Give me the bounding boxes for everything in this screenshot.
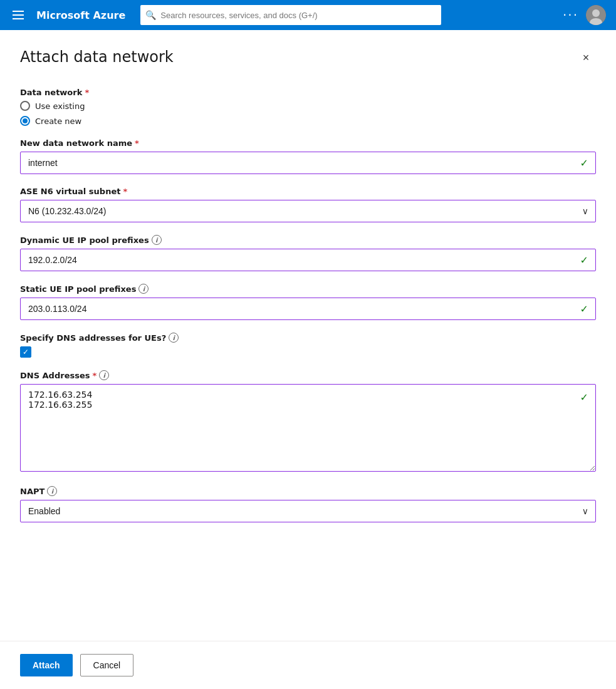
main-content: Attach data network × Data network * Use… (0, 30, 616, 689)
radio-create-new-button[interactable] (20, 116, 30, 126)
dynamic-ue-valid-icon: ✓ (580, 254, 588, 266)
brand-name: Microsoft Azure (36, 9, 125, 21)
dns-addresses-info-icon[interactable]: i (99, 370, 109, 380)
dns-addresses-textarea[interactable]: 172.16.63.254 172.16.63.255 (20, 384, 596, 472)
radio-create-new[interactable]: Create new (20, 116, 596, 126)
specify-dns-section: Specify DNS addresses for UEs? i ✓ (20, 333, 596, 358)
user-avatar[interactable] (586, 5, 606, 25)
specify-dns-label: Specify DNS addresses for UEs? i (20, 333, 596, 343)
search-icon: 🔍 (145, 10, 156, 20)
dialog-header: Attach data network × (20, 48, 596, 68)
data-network-section: Data network * Use existing Create new (20, 88, 596, 126)
napt-label: NAPT i (20, 486, 596, 496)
hamburger-menu[interactable] (10, 8, 26, 22)
napt-select[interactable]: Enabled Disabled (20, 500, 596, 522)
dialog-footer: Attach Cancel (0, 641, 616, 689)
required-star-dns: * (93, 371, 97, 380)
checkbox-box[interactable]: ✓ (20, 346, 31, 358)
radio-group: Use existing Create new (20, 101, 596, 126)
ase-n6-label: ASE N6 virtual subnet * (20, 187, 596, 196)
required-star-ase: * (123, 187, 127, 196)
dns-addresses-wrapper: 172.16.63.254 172.16.63.255 ✓ (20, 384, 596, 474)
radio-use-existing[interactable]: Use existing (20, 101, 596, 111)
specify-dns-checkbox[interactable]: ✓ (20, 346, 596, 358)
data-network-label: Data network * (20, 88, 596, 97)
avatar-icon (586, 5, 606, 25)
dynamic-ue-section: Dynamic UE IP pool prefixes i ✓ (20, 235, 596, 271)
radio-use-existing-button[interactable] (20, 101, 30, 111)
name-valid-icon: ✓ (580, 157, 588, 169)
static-ue-wrapper: ✓ (20, 298, 596, 320)
navbar-right: ··· (563, 5, 606, 25)
required-star: * (85, 88, 89, 97)
new-data-network-name-input[interactable] (20, 152, 596, 174)
napt-section: NAPT i Enabled Disabled ∨ (20, 486, 596, 522)
new-data-network-name-section: New data network name * ✓ (20, 138, 596, 174)
checkbox-check-icon: ✓ (23, 348, 29, 356)
radio-create-new-label: Create new (35, 117, 81, 126)
dynamic-ue-label: Dynamic UE IP pool prefixes i (20, 235, 596, 245)
cancel-button[interactable]: Cancel (80, 654, 134, 676)
dynamic-ue-wrapper: ✓ (20, 249, 596, 271)
required-star-name: * (135, 138, 139, 148)
napt-select-wrapper: Enabled Disabled ∨ (20, 500, 596, 522)
dialog-title: Attach data network (20, 48, 174, 67)
static-ue-label: Static UE IP pool prefixes i (20, 284, 596, 294)
ase-n6-select[interactable]: N6 (10.232.43.0/24) (20, 200, 596, 222)
ase-n6-section: ASE N6 virtual subnet * N6 (10.232.43.0/… (20, 187, 596, 222)
new-data-network-name-wrapper: ✓ (20, 152, 596, 174)
static-ue-section: Static UE IP pool prefixes i ✓ (20, 284, 596, 320)
dns-addresses-label: DNS Addresses * i (20, 370, 596, 380)
dynamic-ue-info-icon[interactable]: i (152, 235, 162, 245)
static-ue-info-icon[interactable]: i (138, 284, 149, 294)
navbar: Microsoft Azure 🔍 ··· (0, 0, 616, 30)
new-data-network-name-label: New data network name * (20, 138, 596, 148)
dns-addresses-section: DNS Addresses * i 172.16.63.254 172.16.6… (20, 370, 596, 474)
global-search: 🔍 (140, 5, 441, 25)
radio-use-existing-label: Use existing (35, 101, 85, 111)
dns-addresses-valid-icon: ✓ (580, 391, 588, 403)
dynamic-ue-input[interactable] (20, 249, 596, 271)
search-input[interactable] (140, 5, 441, 25)
ase-n6-select-wrapper: N6 (10.232.43.0/24) ∨ (20, 200, 596, 222)
napt-info-icon[interactable]: i (47, 486, 57, 496)
dialog-panel: Attach data network × Data network * Use… (0, 30, 616, 689)
specify-dns-info-icon[interactable]: i (169, 333, 179, 343)
more-options-button[interactable]: ··· (563, 8, 578, 23)
attach-button[interactable]: Attach (20, 654, 73, 676)
close-button[interactable]: × (576, 48, 596, 68)
static-ue-valid-icon: ✓ (580, 303, 588, 315)
svg-point-1 (592, 9, 600, 17)
static-ue-input[interactable] (20, 298, 596, 320)
